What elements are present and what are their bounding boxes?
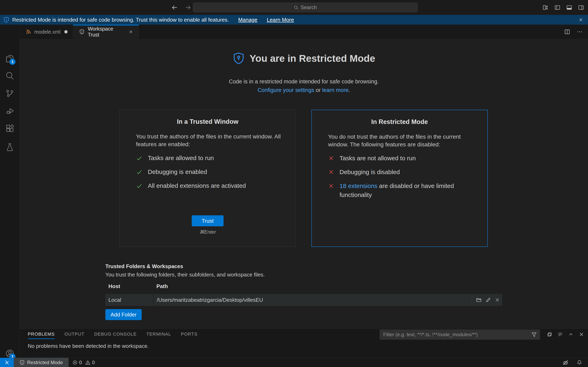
close-panel-icon[interactable] (579, 332, 584, 337)
learn-more-link[interactable]: learn more (322, 87, 348, 93)
sidebar-item-extensions[interactable] (0, 119, 19, 137)
tab-close-icon[interactable] (129, 29, 133, 34)
copilot-disabled-icon[interactable] (562, 359, 569, 366)
maximize-panel-icon[interactable] (568, 332, 574, 337)
filter-funnel-icon[interactable] (531, 332, 537, 338)
source-control-icon (5, 89, 15, 98)
tab-output[interactable]: OUTPUT (65, 332, 85, 337)
toggle-secondary-sidebar-icon[interactable] (578, 4, 584, 11)
restricted-mode-status[interactable]: Restricted Mode (14, 358, 69, 367)
restricted-mode-card: In Restricted Mode You do not trust the … (311, 110, 488, 247)
forward-arrow-button[interactable] (185, 4, 191, 11)
remove-icon[interactable] (494, 297, 500, 303)
configure-settings-link[interactable]: Configure your settings (258, 87, 314, 93)
bottom-panel: PROBLEMS OUTPUT DEBUG CONSOLE TERMINAL P… (20, 328, 588, 358)
trusted-folders-section: Trusted Folders & Workspaces You trust t… (105, 263, 502, 320)
error-count: 0 (79, 360, 82, 365)
warnings-icon (85, 360, 90, 365)
notifications-bell-icon[interactable] (577, 360, 582, 365)
add-folder-button[interactable]: Add Folder (105, 309, 142, 320)
toggle-panel-icon[interactable] (566, 4, 572, 11)
trusted-folder-row[interactable]: Local /Users/maritzabeatrizgarcia/Deskto… (105, 294, 502, 306)
view-as-table-icon[interactable] (547, 332, 553, 337)
card-title: In Restricted Mode (312, 118, 487, 125)
check-icon (136, 155, 143, 161)
toggle-primary-sidebar-icon[interactable] (554, 4, 561, 11)
back-arrow-button[interactable] (171, 4, 178, 11)
banner-learn-more-link[interactable]: Learn More (267, 17, 294, 23)
search-placeholder: Search (301, 4, 317, 10)
manage-link[interactable]: Manage (238, 17, 258, 23)
search-icon (5, 71, 15, 80)
filter-input[interactable] (380, 329, 540, 340)
problems-filter (380, 329, 540, 340)
host-cell: Local (105, 297, 153, 303)
shield-icon (19, 360, 25, 365)
tab-problems[interactable]: PROBLEMS (28, 332, 55, 337)
card-description: You do not trust the authors of the file… (328, 133, 476, 149)
feature-text: Tasks are not allowed to run (339, 154, 416, 163)
feature-item: 18 extensions are disabled or have limit… (328, 182, 479, 200)
path-cell: /Users/maritzabeatrizgarcia/Desktop/vill… (153, 294, 502, 306)
tab-workspace-trust[interactable]: Workspace Trust (73, 25, 139, 39)
modified-dot[interactable] (64, 30, 68, 33)
status-bar: Restricted Mode 0 0 (0, 358, 588, 367)
more-actions-icon[interactable] (577, 29, 583, 35)
sidebar-item-testing[interactable] (0, 138, 19, 156)
feature-text: Debugging is enabled (148, 167, 207, 176)
feature-item: Tasks are not allowed to run (328, 154, 479, 163)
restricted-mode-banner: Restricted Mode is intended for safe cod… (0, 15, 588, 25)
subtitle-text: Code is in a restricted mode intended fo… (229, 78, 379, 85)
edit-icon[interactable] (485, 297, 491, 303)
folders-description: You trust the following folders, their s… (105, 272, 502, 278)
explorer-badge: 1 (9, 59, 16, 65)
open-folder-icon[interactable] (476, 297, 482, 303)
activity-bar: 1 (0, 25, 20, 358)
feature-text: 18 extensions are disabled or have limit… (339, 182, 479, 200)
sidebar-item-source-control[interactable] (0, 84, 19, 102)
hero-shield-icon (232, 52, 245, 65)
x-icon (328, 169, 334, 175)
subtitle-or: or (314, 87, 322, 93)
trusted-window-card: In a Trusted Window You trust the author… (120, 110, 296, 247)
banner-close-icon[interactable] (578, 15, 584, 25)
extensions-link[interactable]: 18 extensions (339, 183, 377, 189)
sidebar-item-explorer[interactable]: 1 (0, 50, 19, 68)
restricted-mode-label: Restricted Mode (27, 360, 63, 365)
title-bar: Search (0, 0, 588, 15)
x-icon (328, 183, 334, 189)
warning-count: 0 (92, 360, 95, 365)
vscode-window: Search Restricted Mode is intended for s… (0, 0, 588, 367)
path-column-header: Path (153, 283, 502, 290)
check-icon (136, 169, 143, 175)
feature-item: Debugging is disabled (328, 167, 479, 176)
card-description: You trust the authors of the files in th… (136, 133, 285, 148)
tab-ports[interactable]: PORTS (181, 332, 198, 337)
tab-terminal[interactable]: TERMINAL (146, 332, 171, 337)
customize-layout-icon[interactable] (542, 4, 549, 11)
folders-table-header: Host Path (105, 283, 502, 294)
problems-message: No problems have been detected in the wo… (28, 343, 588, 349)
split-editor-icon[interactable] (564, 29, 571, 35)
tab-modele-xml[interactable]: modele.xml (20, 25, 73, 39)
tab-label: modele.xml (34, 29, 61, 35)
card-title: In a Trusted Window (120, 118, 296, 125)
errors-icon (72, 360, 78, 365)
tab-label: Workspace Trust (88, 26, 125, 38)
command-center-search[interactable]: Search (193, 3, 417, 12)
sidebar-item-search[interactable] (0, 67, 19, 85)
page-title: You are in Restricted Mode (250, 53, 375, 64)
problems-status[interactable]: 0 0 (72, 360, 96, 365)
collapse-all-icon[interactable] (557, 332, 563, 337)
host-column-header: Host (105, 283, 153, 290)
feature-text: Tasks are allowed to run (148, 154, 214, 162)
testing-beaker-icon (5, 142, 15, 152)
remote-indicator[interactable] (0, 358, 14, 367)
sidebar-item-run-debug[interactable] (0, 102, 19, 120)
feature-text: Debugging is disabled (339, 167, 400, 176)
editor-tab-bar: modele.xml Workspace Trust (20, 25, 588, 39)
tab-debug-console[interactable]: DEBUG CONSOLE (94, 332, 137, 337)
search-icon (294, 5, 298, 10)
trust-button[interactable]: Trust (192, 215, 224, 226)
trust-shortcut: ⌘Enter (120, 229, 296, 235)
